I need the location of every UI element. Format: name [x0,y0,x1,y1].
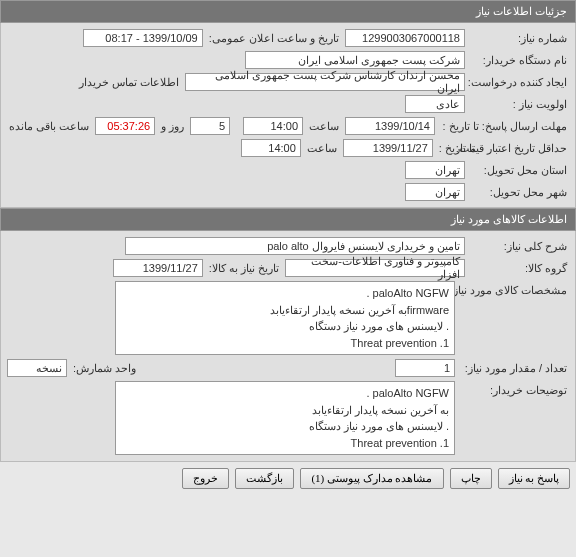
section-header-details: جزئیات اطلاعات نیاز [0,0,576,23]
field-desc: تامین و خریداری لایسنس فایروال palo alto [125,237,465,255]
note-line: paloAlto NGFW . [121,385,449,402]
spec-line: firmwareبه آخرین نسخه پایدار ارتقاءیابد [121,302,449,319]
label-validity: حداقل تاریخ اعتبار قیمت: [481,142,569,155]
field-creator: محسن ارندان کارشناس شرکت پست جمهوری اسلا… [185,73,465,91]
field-unit: نسخه [7,359,67,377]
field-buyer: شرکت پست جمهوری اسلامی ایران [245,51,465,69]
label-group: گروه کالا: [469,262,569,275]
label-time2: ساعت [305,142,339,155]
button-row: پاسخ به نیاز چاپ مشاهده مدارک پیوستی (1)… [0,462,576,495]
label-public-time: تاریخ و ساعت اعلان عمومی: [207,32,341,45]
section-title: جزئیات اطلاعات نیاز [476,5,567,17]
spec-line: . لایسنس های مورد نیاز دستگاه [121,318,449,335]
field-validity-date: 1399/11/27 [343,139,433,157]
label-days: روز و [159,120,186,133]
reply-button[interactable]: پاسخ به نیاز [498,468,571,489]
row-buyer-note: توضیحات خریدار: paloAlto NGFW . به آخرین… [7,379,569,457]
row-deadline: مهلت ارسال پاسخ: تا تاریخ : 1399/10/14 س… [7,115,569,137]
row-creator: ایجاد کننده درخواست: محسن ارندان کارشناس… [7,71,569,93]
label-buyer-note: توضیحات خریدار: [459,381,569,397]
note-line: Threat prevention .1 [121,435,449,452]
label-creator: ایجاد کننده درخواست: [469,76,569,89]
label-remaining: ساعت باقی مانده [7,120,91,133]
details-body: شماره نیاز: 1299003067000118 تاریخ و ساع… [0,23,576,208]
label-city: شهر محل تحویل: [469,186,569,199]
row-qty: تعداد / مقدار مورد نیاز: 1 واحد شمارش: ن… [7,357,569,379]
label-state: استان محل تحویل: [469,164,569,177]
row-spec: مشخصات کالای مورد نیاز: paloAlto NGFW . … [7,279,569,357]
field-priority: عادی [405,95,465,113]
field-qty: 1 [395,359,455,377]
row-buyer: نام دستگاه خریدار: شرکت پست جمهوری اسلام… [7,49,569,71]
field-state: تهران [405,161,465,179]
field-item-date: 1399/11/27 [113,259,203,277]
field-spec: paloAlto NGFW . firmwareبه آخرین نسخه پا… [115,281,455,355]
field-validity-time: 14:00 [241,139,301,157]
field-number: 1299003067000118 [345,29,465,47]
label-priority: اولویت نیاز : [469,98,569,111]
field-days: 5 [190,117,230,135]
field-deadline-date: 1399/10/14 [345,117,435,135]
note-line: به آخرین نسخه پایدار ارتقاءیابد [121,402,449,419]
row-validity: حداقل تاریخ اعتبار قیمت: تا تاریخ : 1399… [7,137,569,159]
label-spec: مشخصات کالای مورد نیاز: [459,281,569,297]
row-group: گروه کالا: کامپیوتر و فناوری اطلاعات-سخت… [7,257,569,279]
field-group: کامپیوتر و فناوری اطلاعات-سخت افزار [285,259,465,277]
label-contact[interactable]: اطلاعات تماس خریدار [77,76,181,89]
label-qty: تعداد / مقدار مورد نیاز: [459,362,569,375]
field-buyer-note: paloAlto NGFW . به آخرین نسخه پایدار ارت… [115,381,455,455]
label-validity-to: تا تاریخ : [437,142,477,155]
section-header-goods: اطلاعات کالاهای مورد نیاز [0,208,576,231]
label-deadline: مهلت ارسال پاسخ: تا تاریخ : [439,120,569,133]
spec-line: Threat prevention .1 [121,335,449,352]
row-delivery-state: استان محل تحویل: تهران [7,159,569,181]
row-request-number: شماره نیاز: 1299003067000118 تاریخ و ساع… [7,27,569,49]
label-buyer: نام دستگاه خریدار: [469,54,569,67]
print-button[interactable]: چاپ [450,468,492,489]
back-button[interactable]: بازگشت [235,468,294,489]
row-priority: اولویت نیاز : عادی [7,93,569,115]
label-item-date: تاریخ نیاز به کالا: [207,262,281,275]
label-number: شماره نیاز: [469,32,569,45]
goods-body: شرح کلی نیاز: تامین و خریداری لایسنس فای… [0,231,576,462]
attachments-button[interactable]: مشاهده مدارک پیوستی (1) [300,468,443,489]
field-remaining: 05:37:26 [95,117,155,135]
section-title-goods: اطلاعات کالاهای مورد نیاز [451,213,567,225]
label-desc: شرح کلی نیاز: [469,240,569,253]
row-delivery-city: شهر محل تحویل: تهران [7,181,569,203]
row-desc: شرح کلی نیاز: تامین و خریداری لایسنس فای… [7,235,569,257]
spec-line: paloAlto NGFW . [121,285,449,302]
label-time1: ساعت [307,120,341,133]
field-deadline-time: 14:00 [243,117,303,135]
field-city: تهران [405,183,465,201]
note-line: . لایسنس های مورد نیاز دستگاه [121,418,449,435]
exit-button[interactable]: خروج [182,468,229,489]
field-public-time: 1399/10/09 - 08:17 [83,29,203,47]
label-unit: واحد شمارش: [71,362,138,375]
